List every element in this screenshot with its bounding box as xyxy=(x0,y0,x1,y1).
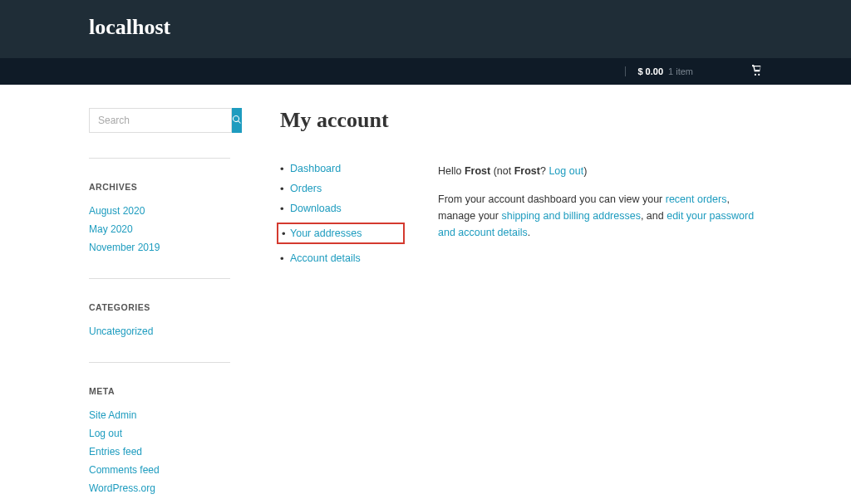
account-nav-item-downloads: Downloads xyxy=(280,203,396,214)
nav-link[interactable]: Downloads xyxy=(290,203,342,214)
archive-link[interactable]: November 2019 xyxy=(89,242,160,253)
meta-link[interactable]: Entries feed xyxy=(89,446,142,458)
widget-categories: CATEGORIES Uncategorized xyxy=(89,278,230,337)
nav-link[interactable]: Orders xyxy=(290,183,322,194)
search-form xyxy=(89,108,230,133)
username: Frost xyxy=(465,165,490,177)
search-icon xyxy=(232,115,242,127)
widget-meta: META Site Admin Log out Entries feed Com… xyxy=(89,362,230,494)
cart-price: $ 0.00 xyxy=(637,66,663,76)
nav-link[interactable]: Account details xyxy=(290,252,361,264)
account-nav: Dashboard Orders Downloads Your addresse… xyxy=(280,163,396,264)
meta-link[interactable]: Log out xyxy=(89,428,122,439)
logout-link[interactable]: Log out xyxy=(548,165,583,177)
content-area: My account Dashboard Orders Downloads Yo… xyxy=(280,108,762,504)
account-nav-item-addresses: Your addresses xyxy=(277,223,405,244)
category-link[interactable]: Uncategorized xyxy=(89,325,153,337)
archive-link[interactable]: May 2020 xyxy=(89,223,133,235)
account-nav-item-dashboard: Dashboard xyxy=(280,163,396,174)
archive-link[interactable]: August 2020 xyxy=(89,205,145,217)
site-title[interactable]: localhost xyxy=(89,15,762,40)
sidebar: ARCHIVES August 2020 May 2020 November 2… xyxy=(89,108,230,504)
greeting-text: Hello Frost (not Frost? Log out) xyxy=(438,163,762,179)
widget-title-meta: META xyxy=(89,386,230,396)
widget-archives: ARCHIVES August 2020 May 2020 November 2… xyxy=(89,158,230,253)
site-header: localhost xyxy=(0,0,851,58)
page-title: My account xyxy=(280,108,762,133)
search-button[interactable] xyxy=(232,108,242,133)
meta-link[interactable]: WordPress.org xyxy=(89,482,155,494)
cart-summary[interactable]: $ 0.00 1 item xyxy=(625,66,693,76)
dashboard-description: From your account dashboard you can view… xyxy=(438,191,762,241)
dashboard-content: Hello Frost (not Frost? Log out) From yo… xyxy=(438,163,762,272)
top-bar: $ 0.00 1 item xyxy=(0,58,851,85)
username: Frost xyxy=(514,165,540,177)
meta-link[interactable]: Site Admin xyxy=(89,409,136,421)
nav-link[interactable]: Your addresses xyxy=(290,228,362,239)
meta-link[interactable]: Comments feed xyxy=(89,464,160,476)
cart-icon[interactable] xyxy=(751,65,762,78)
addresses-link[interactable]: shipping and billing addresses xyxy=(501,210,640,222)
widget-title-archives: ARCHIVES xyxy=(89,182,230,192)
nav-link[interactable]: Dashboard xyxy=(290,163,341,174)
recent-orders-link[interactable]: recent orders xyxy=(666,193,727,205)
widget-title-categories: CATEGORIES xyxy=(89,302,230,312)
account-nav-item-orders: Orders xyxy=(280,183,396,194)
search-input[interactable] xyxy=(89,108,232,133)
cart-item-count: 1 item xyxy=(668,66,693,76)
account-nav-item-details: Account details xyxy=(280,252,396,264)
